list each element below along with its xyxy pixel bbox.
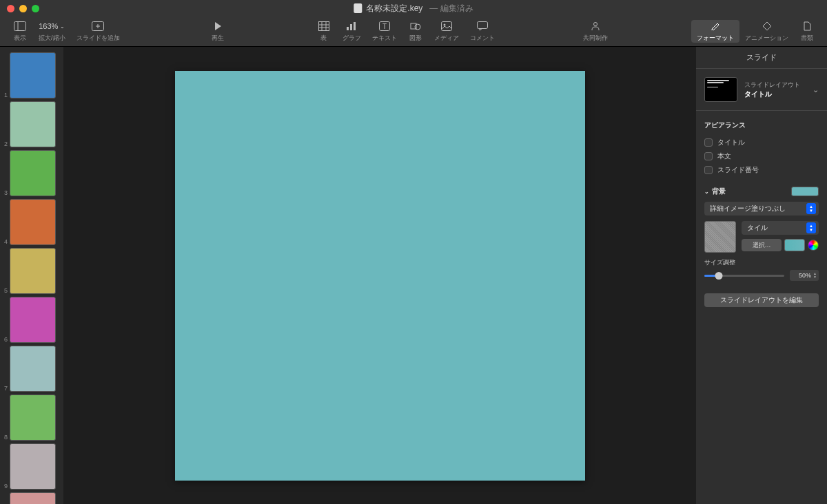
background-section-toggle[interactable]: ⌄背景 xyxy=(704,187,726,196)
svg-text:T: T xyxy=(382,23,387,30)
slide-thumbnail[interactable] xyxy=(0,491,63,504)
fullscreen-window-button[interactable] xyxy=(32,5,39,12)
background-color-swatch[interactable] xyxy=(791,187,819,196)
size-slider[interactable] xyxy=(704,271,784,280)
slide-canvas[interactable] xyxy=(175,71,585,481)
thumb-preview xyxy=(10,52,56,98)
tint-color-well[interactable] xyxy=(784,239,805,251)
document-inspector-button[interactable]: 書類 xyxy=(794,20,820,43)
thumb-preview xyxy=(10,248,56,294)
color-picker-icon[interactable] xyxy=(808,240,819,251)
svg-rect-12 xyxy=(354,22,356,30)
stepper-arrows-icon: ▲▼ xyxy=(813,272,817,279)
svg-rect-11 xyxy=(350,24,352,30)
disclosure-down-icon: ⌄ xyxy=(704,189,709,195)
slide-thumbnail[interactable]: 1 xyxy=(0,51,63,100)
size-adjust-label: サイズ調整 xyxy=(704,258,819,267)
plus-slide-icon xyxy=(90,20,105,32)
comment-button[interactable]: コメント xyxy=(464,20,500,43)
svg-rect-0 xyxy=(14,22,26,31)
thumb-preview xyxy=(10,150,56,196)
image-scale-select[interactable]: タイル ▲▼ xyxy=(742,221,819,235)
slide-thumbnail[interactable]: 7 xyxy=(0,344,63,393)
svg-rect-17 xyxy=(441,22,451,31)
diamond-icon xyxy=(759,20,775,32)
inspector-header: スライド xyxy=(696,47,827,69)
chevron-down-icon: ⌄ xyxy=(813,85,819,94)
slide-number: 4 xyxy=(2,238,8,245)
minimize-window-button[interactable] xyxy=(19,5,27,12)
text-icon: T xyxy=(377,20,392,32)
layout-thumb xyxy=(704,77,737,102)
close-window-button[interactable] xyxy=(7,5,14,12)
chart-icon xyxy=(344,20,359,32)
slide-thumbnail[interactable]: 3 xyxy=(0,149,63,198)
slide-thumbnail[interactable]: 6 xyxy=(0,295,63,344)
slide-navigator[interactable]: 123456789 xyxy=(0,47,63,504)
slide-thumbnail[interactable]: 9 xyxy=(0,442,63,491)
inspector-panel: スライド スライドレイアウト タイトル ⌄ アピアランス タイトル 本文 スライ… xyxy=(696,47,827,504)
chart-button[interactable]: グラフ xyxy=(337,20,367,43)
animate-inspector-button[interactable]: アニメーション xyxy=(739,20,794,43)
comment-icon xyxy=(475,20,490,32)
texture-thumbnail[interactable] xyxy=(704,221,736,253)
slide-thumbnail[interactable]: 4 xyxy=(0,198,63,246)
svg-point-20 xyxy=(594,23,598,26)
text-button[interactable]: T テキスト xyxy=(367,20,402,43)
document-status: — 編集済み xyxy=(429,3,473,14)
slide-number: 6 xyxy=(2,336,8,343)
view-button[interactable]: 表示 xyxy=(7,20,33,43)
format-inspector-button[interactable]: フォーマット xyxy=(691,20,739,43)
add-slide-button[interactable]: スライドを追加 xyxy=(71,20,125,43)
slide-thumbnail[interactable]: 2 xyxy=(0,100,63,149)
thumb-preview xyxy=(10,443,56,490)
svg-rect-10 xyxy=(347,27,349,30)
slide-thumbnail[interactable]: 5 xyxy=(0,246,63,295)
document-icon xyxy=(354,3,362,13)
edit-slide-layout-button[interactable]: スライドレイアウトを編集 xyxy=(704,293,819,307)
svg-rect-19 xyxy=(477,22,487,29)
toolbar: 表示 163%⌄ 拡大/縮小 スライドを追加 再生 表 グラフ T テキスト 図… xyxy=(0,17,827,47)
svg-point-16 xyxy=(415,24,420,30)
fill-type-select[interactable]: 詳細イメージ塗りつぶし ▲▼ xyxy=(704,202,819,216)
table-icon xyxy=(316,20,331,32)
slide-number: 5 xyxy=(2,287,8,294)
play-button[interactable]: 再生 xyxy=(203,20,233,43)
slide-number: 1 xyxy=(2,92,8,98)
people-icon xyxy=(588,20,603,32)
filename[interactable]: 名称未設定.key xyxy=(366,3,422,14)
brush-icon xyxy=(708,20,723,32)
choose-image-button[interactable]: 選択… xyxy=(742,239,782,251)
thumb-preview xyxy=(10,492,56,504)
appearance-section-title: アピアランス xyxy=(704,120,819,130)
svg-point-18 xyxy=(443,24,445,26)
layout-name: タイトル xyxy=(744,90,806,99)
slide-thumbnail[interactable]: 8 xyxy=(0,393,63,442)
play-icon xyxy=(210,20,225,32)
appearance-body-checkbox[interactable]: 本文 xyxy=(704,149,819,163)
slide-layout-selector[interactable]: スライドレイアウト タイトル ⌄ xyxy=(696,69,827,111)
thumb-preview xyxy=(10,297,56,343)
select-arrows-icon: ▲▼ xyxy=(806,222,816,233)
select-arrows-icon: ▲▼ xyxy=(806,203,816,214)
window-title: 名称未設定.key — 編集済み xyxy=(354,3,473,14)
doc-icon xyxy=(799,20,815,32)
slide-number: 2 xyxy=(2,140,8,147)
svg-rect-5 xyxy=(318,22,329,31)
table-button[interactable]: 表 xyxy=(311,20,337,43)
zoom-value: 163%⌄ xyxy=(44,20,59,32)
zoom-selector[interactable]: 163%⌄ 拡大/縮小 xyxy=(33,20,71,43)
media-button[interactable]: メディア xyxy=(429,20,464,43)
thumb-preview xyxy=(10,346,56,392)
title-bar: 名称未設定.key — 編集済み xyxy=(0,0,827,17)
media-icon xyxy=(439,20,454,32)
slide-number: 9 xyxy=(2,483,8,490)
size-value-stepper[interactable]: 50% ▲▼ xyxy=(790,270,819,281)
slide-canvas-area[interactable] xyxy=(63,47,696,504)
slide-number: 7 xyxy=(2,385,8,392)
thumb-preview xyxy=(10,199,56,245)
appearance-slidenum-checkbox[interactable]: スライド番号 xyxy=(704,163,819,177)
appearance-title-checkbox[interactable]: タイトル xyxy=(704,136,819,149)
shape-button[interactable]: 図形 xyxy=(402,20,429,43)
collaborate-button[interactable]: 共同制作 xyxy=(578,20,613,43)
